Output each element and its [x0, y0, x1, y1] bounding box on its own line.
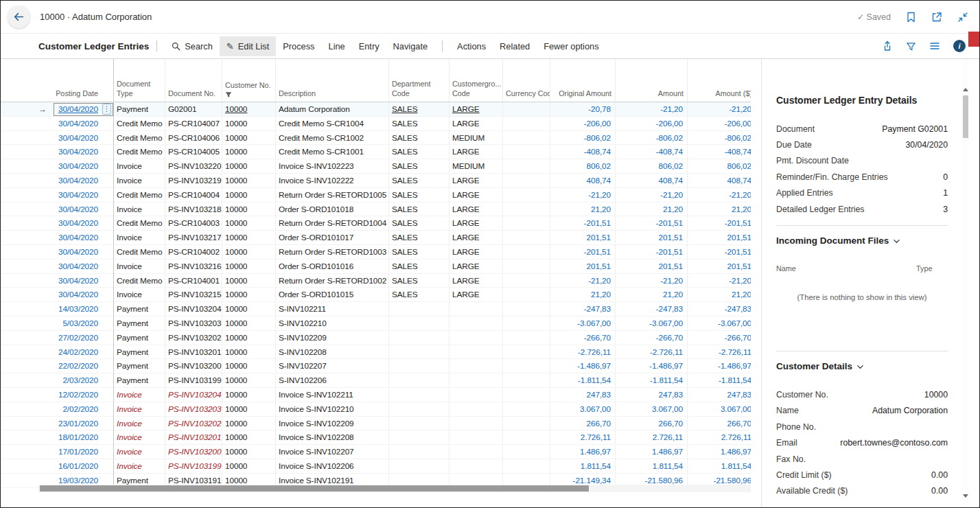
cell-customer_no[interactable]: 10000	[222, 174, 276, 188]
menu-actions[interactable]: Actions	[450, 36, 493, 56]
cell-currency_code[interactable]	[503, 288, 550, 302]
cell-dept_code[interactable]	[389, 445, 450, 459]
cell-custgroup_code[interactable]: LARGE	[450, 117, 503, 131]
cell-dept_code[interactable]	[389, 430, 450, 445]
cell-dept_code[interactable]	[389, 402, 450, 417]
cell-dept_code[interactable]: SALES	[389, 145, 450, 159]
cell-amount[interactable]: -2.726,11	[616, 345, 688, 360]
details-pane-toggle-icon[interactable]: i	[953, 40, 966, 52]
cell-amount_usd[interactable]: 1.811,54	[688, 459, 751, 474]
scroll-up-arrow[interactable]	[963, 88, 968, 91]
cell-doc_no[interactable]: PS-INV103201	[165, 345, 222, 360]
cell-amount_usd[interactable]: 3.067,00	[688, 402, 751, 417]
cell-custgroup_code[interactable]: LARGE	[450, 145, 503, 159]
cell-amount[interactable]: -21,20	[616, 188, 688, 203]
cell-description[interactable]: Order S-ORD101017	[276, 231, 389, 245]
cell-amount[interactable]: -1.486,97	[616, 359, 688, 373]
cell-doc_no[interactable]: PS-CR104007	[165, 117, 222, 131]
cell-original_amount[interactable]: -1.811,54	[550, 373, 616, 388]
cell-description[interactable]: Credit Memo S-CR1001	[276, 145, 389, 159]
cell-dept_code[interactable]	[389, 459, 450, 474]
cell-doc_type[interactable]: Invoice	[114, 417, 165, 431]
cell-amount_usd[interactable]: 266,70	[688, 417, 751, 431]
field-value[interactable]: 0.00	[931, 486, 948, 496]
column-header-customer_no[interactable]: Customer No.	[222, 59, 276, 102]
cell-currency_code[interactable]	[503, 359, 550, 373]
cell-description[interactable]: Invoice S-INV102208	[276, 430, 389, 445]
cell-dept_code[interactable]: SALES	[389, 288, 450, 302]
cell-amount[interactable]: -247,83	[616, 302, 688, 316]
cell-doc_no[interactable]: PS-CR104002	[165, 245, 222, 259]
cell-doc_type[interactable]: Credit Memo	[114, 245, 165, 259]
cell-amount_usd[interactable]: -1.811,54	[688, 373, 751, 388]
fewer-options-button[interactable]: Fewer options	[537, 36, 605, 56]
cell-posting_date[interactable]: 30/04/2020⋮	[53, 102, 114, 117]
cell-customer_no[interactable]: 10000	[222, 259, 276, 274]
cell-posting_date[interactable]: 30/04/2020	[53, 159, 114, 174]
cell-custgroup_code[interactable]: LARGE	[450, 274, 503, 288]
incoming-files-section-header[interactable]: Incoming Document Files	[776, 235, 948, 246]
cell-original_amount[interactable]: -2.726,11	[550, 345, 616, 360]
cell-currency_code[interactable]	[503, 245, 550, 259]
cell-customer_no[interactable]: 10000	[222, 373, 276, 388]
cell-doc_type[interactable]: Payment	[114, 331, 165, 345]
cell-posting_date[interactable]: 27/02/2020	[53, 331, 114, 345]
cell-currency_code[interactable]	[503, 231, 550, 245]
cell-custgroup_code[interactable]: MEDIUM	[450, 159, 503, 174]
cell-dept_code[interactable]: SALES	[389, 274, 450, 288]
cell-description[interactable]: Order S-ORD101015	[276, 288, 389, 302]
cell-dept_code[interactable]: SALES	[389, 174, 450, 188]
cell-doc_type[interactable]: Invoice	[114, 430, 165, 445]
cell-original_amount[interactable]: -20,78	[550, 102, 616, 117]
cell-doc_no[interactable]: PS-INV103199	[165, 459, 222, 474]
cell-description[interactable]: S-INV102206	[276, 373, 389, 388]
cell-dept_code[interactable]	[389, 388, 450, 402]
cell-amount[interactable]: 2.726,11	[616, 430, 688, 445]
cell-amount_usd[interactable]: 806,02	[688, 159, 751, 174]
column-header-type[interactable]: Type	[916, 264, 948, 273]
cell-customer_no[interactable]: 10000	[222, 274, 276, 288]
cell-description[interactable]: Order S-ORD101016	[276, 259, 389, 274]
cell-amount[interactable]: -201,51	[616, 216, 688, 231]
cell-customer_no[interactable]: 10000	[222, 459, 276, 474]
cell-doc_no[interactable]: PS-INV103217	[165, 231, 222, 245]
cell-currency_code[interactable]	[503, 174, 550, 188]
cell-original_amount[interactable]: -408,74	[550, 145, 616, 159]
cell-dept_code[interactable]: SALES	[389, 131, 450, 146]
cell-doc_type[interactable]: Invoice	[114, 159, 165, 174]
cell-doc_type[interactable]: Invoice	[114, 203, 165, 217]
cell-custgroup_code[interactable]	[450, 331, 503, 345]
cell-custgroup_code[interactable]	[450, 316, 503, 331]
vertical-scrollbar-thumb[interactable]	[963, 95, 968, 138]
menu-navigate[interactable]: Navigate	[386, 36, 435, 56]
cell-currency_code[interactable]	[503, 203, 550, 217]
menu-process[interactable]: Process	[276, 36, 321, 56]
cell-customer_no[interactable]: 10000	[222, 145, 276, 159]
column-header-doc_type[interactable]: Document Type	[114, 59, 165, 102]
customer-details-section-header[interactable]: Customer Details	[776, 361, 948, 372]
column-header-doc_no[interactable]: Document No.	[165, 59, 222, 102]
column-header-description[interactable]: Description	[276, 59, 389, 102]
cell-posting_date[interactable]: 17/01/2020	[53, 445, 114, 459]
cell-doc_type[interactable]: Payment	[114, 302, 165, 316]
cell-doc_no[interactable]: G02001	[165, 102, 222, 117]
cell-customer_no[interactable]: 10000	[222, 430, 276, 445]
cell-amount[interactable]: 266,70	[616, 417, 688, 431]
row-context-menu-button[interactable]: ⋮	[102, 104, 111, 115]
cell-description[interactable]: Return Order S-RETORD1003	[276, 245, 389, 259]
cell-customer_no[interactable]: 10000	[222, 216, 276, 231]
cell-posting_date[interactable]: 16/01/2020	[53, 459, 114, 474]
cell-doc_type[interactable]: Invoice	[114, 259, 165, 274]
cell-original_amount[interactable]: 21,20	[550, 288, 616, 302]
cell-currency_code[interactable]	[503, 102, 550, 117]
cell-custgroup_code[interactable]: LARGE	[450, 288, 503, 302]
cell-original_amount[interactable]: 266,70	[550, 417, 616, 431]
cell-posting_date[interactable]: 22/02/2020	[53, 359, 114, 373]
cell-customer_no[interactable]: 10000	[222, 359, 276, 373]
cell-dept_code[interactable]	[389, 345, 450, 360]
cell-dept_code[interactable]: SALES	[389, 259, 450, 274]
cell-custgroup_code[interactable]: LARGE	[450, 245, 503, 259]
filter-icon[interactable]	[906, 41, 916, 51]
cell-doc_no[interactable]: PS-CR104004	[165, 188, 222, 203]
cell-customer_no[interactable]: 10000	[222, 388, 276, 402]
